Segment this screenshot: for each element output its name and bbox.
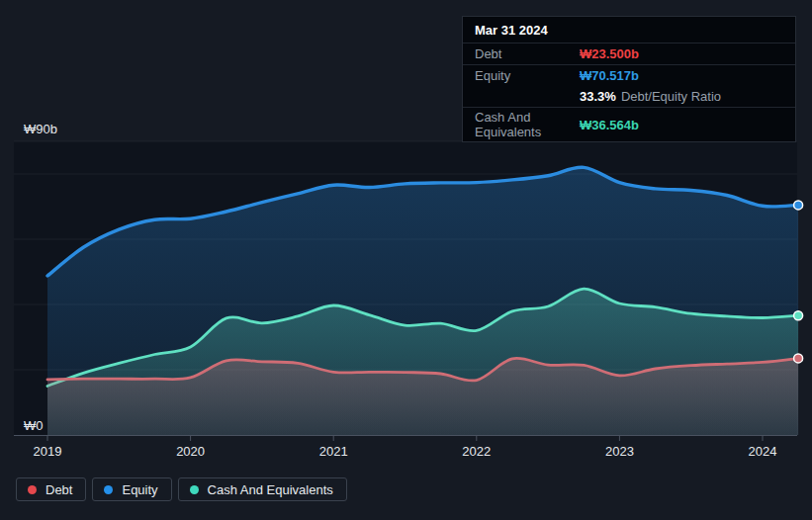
tooltip-ratio-row: 33.3% Debt/Equity Ratio bbox=[463, 86, 795, 108]
x-tick-label-2022: 2022 bbox=[462, 444, 491, 459]
tooltip-ratio-label: Debt/Equity Ratio bbox=[621, 89, 721, 104]
tooltip-ratio-percent: 33.3% bbox=[580, 89, 616, 104]
legend-item-debt[interactable]: Debt bbox=[16, 477, 86, 501]
legend-item-equity[interactable]: Equity bbox=[92, 477, 171, 501]
debt-dot-icon bbox=[28, 485, 37, 494]
y-axis-label-zero: ₩0 bbox=[24, 419, 44, 432]
tooltip-equity-label: Equity bbox=[475, 68, 580, 83]
legend-item-cash[interactable]: Cash And Equivalents bbox=[178, 477, 347, 501]
tooltip-equity-value: ₩70.517b bbox=[580, 68, 639, 83]
tooltip-date: Mar 31 2024 bbox=[463, 17, 795, 43]
x-tick-label-2021: 2021 bbox=[319, 444, 348, 459]
endpoint-dot-equity bbox=[794, 201, 803, 210]
tooltip-cash-label: Cash And Equivalents bbox=[475, 110, 580, 139]
tooltip-equity-row: Equity ₩70.517b bbox=[463, 65, 795, 86]
x-tick-label-2019: 2019 bbox=[34, 444, 62, 459]
tooltip-debt-label: Debt bbox=[475, 46, 580, 61]
x-tick-label-2023: 2023 bbox=[605, 444, 634, 459]
legend-item-debt-label: Debt bbox=[45, 482, 72, 497]
y-axis-label-max: ₩90b bbox=[24, 123, 57, 135]
legend-item-cash-label: Cash And Equivalents bbox=[208, 482, 333, 497]
equity-dot-icon bbox=[104, 485, 113, 494]
legend-item-equity-label: Equity bbox=[122, 482, 157, 497]
endpoint-dot-cash-and-equivalents bbox=[794, 311, 803, 320]
cash-dot-icon bbox=[190, 485, 199, 494]
x-tick-label-2024: 2024 bbox=[749, 444, 777, 459]
chart-tooltip: Mar 31 2024 Debt ₩23.500b Equity ₩70.517… bbox=[462, 16, 796, 142]
chart-legend: Debt Equity Cash And Equivalents bbox=[16, 477, 347, 501]
debt-equity-history-panel: 201920202021202220232024 ₩90b ₩0 Mar 31 … bbox=[0, 0, 812, 520]
tooltip-debt-row: Debt ₩23.500b bbox=[463, 43, 795, 65]
endpoint-dot-debt bbox=[794, 354, 803, 363]
tooltip-debt-value: ₩23.500b bbox=[580, 46, 639, 61]
tooltip-cash-value: ₩36.564b bbox=[580, 118, 639, 132]
x-tick-label-2020: 2020 bbox=[176, 444, 205, 459]
tooltip-cash-row: Cash And Equivalents ₩36.564b bbox=[463, 108, 795, 141]
